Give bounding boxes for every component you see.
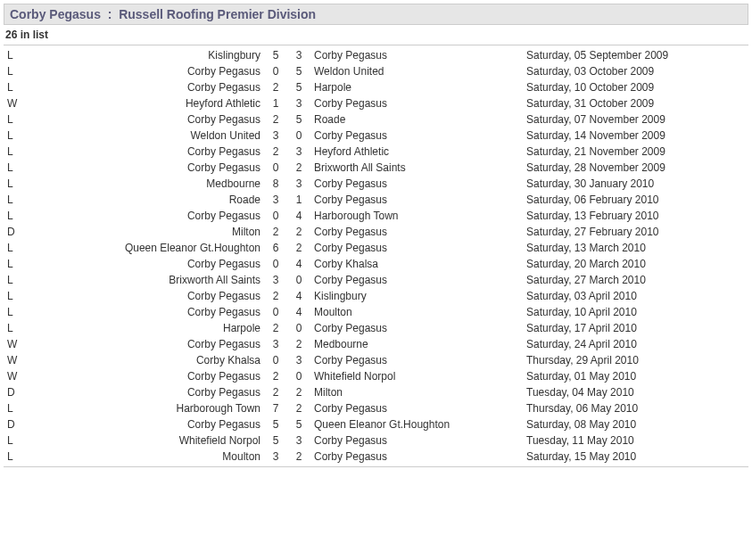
home-team: Corby Pegasus	[27, 63, 264, 79]
home-score: 0	[264, 256, 287, 272]
away-score: 5	[287, 79, 310, 95]
result-code: L	[4, 176, 27, 192]
match-date: Saturday, 10 October 2009	[523, 79, 748, 95]
away-score: 0	[287, 128, 310, 144]
count-label: 26 in list	[4, 25, 748, 45]
away-score: 2	[287, 160, 310, 176]
away-score: 0	[287, 320, 310, 336]
home-score: 0	[264, 208, 287, 224]
table-row: WCorby Pegasus32MedbourneSaturday, 24 Ap…	[4, 336, 748, 352]
result-code: L	[4, 449, 27, 467]
away-team: Corby Pegasus	[310, 95, 523, 111]
table-row: LCorby Pegasus05Weldon UnitedSaturday, 0…	[4, 63, 748, 79]
home-team: Corby Pegasus	[27, 160, 264, 176]
away-score: 5	[287, 416, 310, 432]
home-team: Medbourne	[27, 176, 264, 192]
result-code: L	[4, 192, 27, 208]
away-score: 4	[287, 256, 310, 272]
away-team: Corby Pegasus	[310, 192, 523, 208]
home-team: Roade	[27, 192, 264, 208]
table-row: LCorby Pegasus25HarpoleSaturday, 10 Octo…	[4, 79, 748, 95]
away-team: Corby Pegasus	[310, 352, 523, 368]
away-team: Harpole	[310, 79, 523, 95]
home-team: Corby Pegasus	[27, 304, 264, 320]
away-score: 3	[287, 144, 310, 160]
home-team: Corby Pegasus	[27, 79, 264, 95]
home-team: Harpole	[27, 320, 264, 336]
table-row: DCorby Pegasus55Queen Eleanor Gt.Houghto…	[4, 416, 748, 432]
away-team: Corby Pegasus	[310, 128, 523, 144]
home-team: Corby Pegasus	[27, 368, 264, 384]
result-code: L	[4, 256, 27, 272]
match-date: Saturday, 15 May 2010	[523, 449, 748, 467]
result-code: L	[4, 128, 27, 144]
result-code: L	[4, 111, 27, 128]
table-row: LBrixworth All Saints30Corby PegasusSatu…	[4, 272, 748, 288]
away-team: Brixworth All Saints	[310, 160, 523, 176]
table-row: DMilton22Corby PegasusSaturday, 27 Febru…	[4, 224, 748, 240]
away-team: Roade	[310, 111, 523, 128]
home-score: 3	[264, 336, 287, 352]
table-row: WCorby Pegasus20Whitefield NorpolSaturda…	[4, 368, 748, 384]
home-score: 2	[264, 384, 287, 400]
away-team: Corby Pegasus	[310, 176, 523, 192]
away-score: 2	[287, 224, 310, 240]
match-date: Saturday, 21 November 2009	[523, 144, 748, 160]
home-team: Corby Pegasus	[27, 416, 264, 432]
match-date: Saturday, 13 March 2010	[523, 240, 748, 256]
away-score: 3	[287, 432, 310, 449]
match-date: Saturday, 08 May 2010	[523, 416, 748, 432]
home-score: 0	[264, 304, 287, 320]
header-sep: :	[108, 7, 112, 21]
table-row: LKislingbury53Corby PegasusSaturday, 05 …	[4, 47, 748, 63]
home-score: 2	[264, 224, 287, 240]
away-score: 4	[287, 208, 310, 224]
matches-table: LKislingbury53Corby PegasusSaturday, 05 …	[4, 47, 748, 467]
table-row: LCorby Pegasus04MoultonSaturday, 10 Apri…	[4, 304, 748, 320]
home-score: 2	[264, 79, 287, 95]
match-date: Saturday, 03 April 2010	[523, 288, 748, 304]
away-team: Medbourne	[310, 336, 523, 352]
away-score: 3	[287, 95, 310, 111]
home-team: Corby Pegasus	[27, 256, 264, 272]
result-code: W	[4, 352, 27, 368]
home-team: Corby Pegasus	[27, 288, 264, 304]
table-row: LCorby Pegasus02Brixworth All SaintsSatu…	[4, 160, 748, 176]
match-date: Saturday, 01 May 2010	[523, 368, 748, 384]
match-date: Saturday, 30 January 2010	[523, 176, 748, 192]
result-code: L	[4, 240, 27, 256]
away-score: 0	[287, 368, 310, 384]
away-score: 3	[287, 47, 310, 63]
match-date: Saturday, 31 October 2009	[523, 95, 748, 111]
home-score: 8	[264, 176, 287, 192]
away-team: Harborough Town	[310, 208, 523, 224]
table-row: LHarborough Town72Corby PegasusThursday,…	[4, 400, 748, 416]
match-date: Saturday, 06 February 2010	[523, 192, 748, 208]
away-score: 3	[287, 176, 310, 192]
result-code: D	[4, 416, 27, 432]
away-team: Corby Pegasus	[310, 320, 523, 336]
match-date: Saturday, 27 February 2010	[523, 224, 748, 240]
home-team: Corby Pegasus	[27, 384, 264, 400]
away-score: 4	[287, 304, 310, 320]
home-team: Corby Pegasus	[27, 208, 264, 224]
result-code: L	[4, 304, 27, 320]
table-row: LCorby Pegasus04Harborough TownSaturday,…	[4, 208, 748, 224]
result-code: L	[4, 432, 27, 449]
away-score: 5	[287, 63, 310, 79]
home-team: Brixworth All Saints	[27, 272, 264, 288]
away-team: Corby Pegasus	[310, 449, 523, 467]
result-code: L	[4, 79, 27, 95]
away-team: Heyford Athletic	[310, 144, 523, 160]
result-code: L	[4, 208, 27, 224]
result-code: D	[4, 224, 27, 240]
home-team: Corby Pegasus	[27, 144, 264, 160]
away-score: 0	[287, 272, 310, 288]
home-score: 1	[264, 95, 287, 111]
away-team: Queen Eleanor Gt.Houghton	[310, 416, 523, 432]
away-score: 2	[287, 240, 310, 256]
match-date: Saturday, 27 March 2010	[523, 272, 748, 288]
match-date: Tuesday, 11 May 2010	[523, 432, 748, 449]
home-score: 5	[264, 47, 287, 63]
header-team: Corby Pegasus	[10, 7, 101, 21]
